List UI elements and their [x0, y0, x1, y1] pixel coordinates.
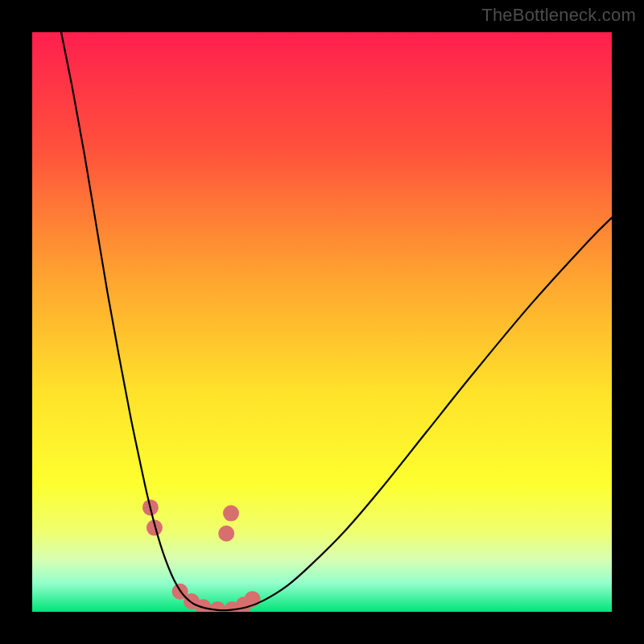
chart-frame: TheBottleneck.com [0, 0, 644, 644]
marker-dots [142, 499, 261, 612]
curve-layer [32, 32, 612, 612]
marker-dot [223, 506, 239, 522]
bottleneck-curve [61, 32, 612, 610]
watermark-text: TheBottleneck.com [481, 5, 636, 26]
marker-dot [218, 526, 234, 542]
plot-area [32, 32, 612, 612]
